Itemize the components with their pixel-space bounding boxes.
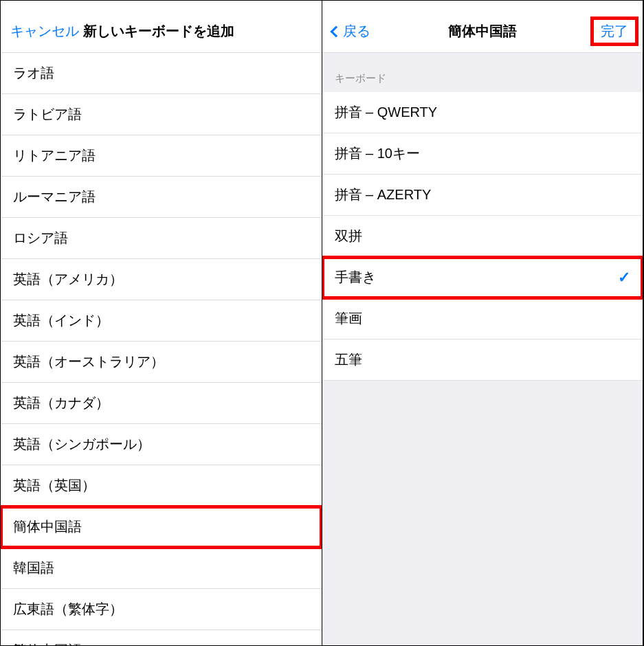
language-label: 繁体中国語: [13, 641, 82, 645]
language-label: ラオ語: [13, 64, 54, 82]
page-title: 簡体中国語: [394, 22, 572, 41]
navbar: キャンセル 新しいキーボードを追加: [1, 13, 322, 53]
language-label: ラトビア語: [13, 105, 82, 124]
language-list-scroll[interactable]: ラオ語ラトビア語リトアニア語ルーマニア語ロシア語英語（アメリカ）英語（インド）英…: [1, 53, 322, 645]
language-row[interactable]: ラトビア語: [1, 94, 322, 135]
back-label: 戻る: [343, 22, 370, 41]
keyboard-option-label: 双拼: [335, 227, 362, 245]
language-row[interactable]: 英語（オーストラリア）: [1, 342, 322, 383]
checkmark-icon: ✓: [618, 269, 630, 287]
screen-keyboard-options: 戻る 簡体中国語 完了 キーボード 拼音 – QWERTY拼音 – 10キー拼音…: [322, 1, 644, 645]
keyboard-option-label: 筆画: [335, 309, 362, 328]
status-bar: [1, 1, 322, 13]
language-row[interactable]: 韓国語: [1, 548, 322, 589]
done-button[interactable]: 完了: [590, 16, 639, 46]
back-button[interactable]: 戻る: [332, 22, 370, 41]
keyboard-option-label: 拼音 – 10キー: [335, 144, 420, 163]
language-row[interactable]: 英語（シンガポール）: [1, 424, 322, 465]
language-label: 英語（シンガポール）: [13, 435, 151, 454]
navbar: 戻る 簡体中国語 完了: [322, 13, 643, 53]
keyboard-option-label: 手書き: [335, 268, 376, 287]
language-row[interactable]: 繁体中国語: [1, 630, 322, 645]
keyboard-option-row[interactable]: 筆画: [322, 298, 643, 339]
chevron-left-icon: [330, 25, 342, 37]
language-row[interactable]: 簡体中国語: [1, 506, 322, 548]
language-row[interactable]: 英語（カナダ）: [1, 383, 322, 424]
language-label: 広東語（繁体字）: [13, 600, 123, 619]
section-header-keyboard: キーボード: [322, 53, 643, 92]
keyboard-option-row[interactable]: 拼音 – AZERTY: [322, 175, 643, 216]
language-label: 簡体中国語: [13, 517, 82, 536]
language-row[interactable]: ラオ語: [1, 53, 322, 94]
status-bar: [322, 1, 643, 13]
language-label: リトアニア語: [13, 146, 96, 165]
language-row[interactable]: ルーマニア語: [1, 177, 322, 218]
keyboard-option-label: 五筆: [335, 350, 362, 369]
language-label: 英語（オーストラリア）: [13, 353, 164, 371]
language-label: ルーマニア語: [13, 188, 96, 206]
language-label: ロシア語: [13, 229, 68, 247]
language-label: 英語（カナダ）: [13, 394, 109, 412]
keyboard-option-label: 拼音 – QWERTY: [335, 103, 438, 122]
keyboard-option-row[interactable]: 五筆: [322, 339, 643, 381]
language-row[interactable]: 英語（アメリカ）: [1, 259, 322, 300]
keyboard-option-row[interactable]: 拼音 – QWERTY: [322, 92, 643, 133]
language-label: 英語（アメリカ）: [13, 270, 123, 289]
language-row[interactable]: 英語（インド）: [1, 300, 322, 342]
keyboard-option-row[interactable]: 拼音 – 10キー: [322, 133, 643, 175]
language-label: 英語（インド）: [13, 311, 109, 330]
language-label: 英語（英国）: [13, 476, 96, 495]
keyboard-option-label: 拼音 – AZERTY: [335, 186, 432, 204]
page-title: 新しいキーボードを追加: [83, 22, 250, 41]
language-row[interactable]: 英語（英国）: [1, 465, 322, 506]
keyboard-option-row[interactable]: 双拼: [322, 216, 643, 257]
keyboard-options-scroll[interactable]: キーボード 拼音 – QWERTY拼音 – 10キー拼音 – AZERTY双拼手…: [322, 53, 643, 645]
language-row[interactable]: 広東語（繁体字）: [1, 589, 322, 630]
language-row[interactable]: ロシア語: [1, 218, 322, 259]
cancel-button[interactable]: キャンセル: [10, 22, 79, 41]
language-row[interactable]: リトアニア語: [1, 135, 322, 177]
screen-add-keyboard: キャンセル 新しいキーボードを追加 ラオ語ラトビア語リトアニア語ルーマニア語ロシ…: [1, 1, 322, 645]
keyboard-option-row[interactable]: 手書き✓: [322, 257, 643, 298]
language-label: 韓国語: [13, 559, 54, 577]
